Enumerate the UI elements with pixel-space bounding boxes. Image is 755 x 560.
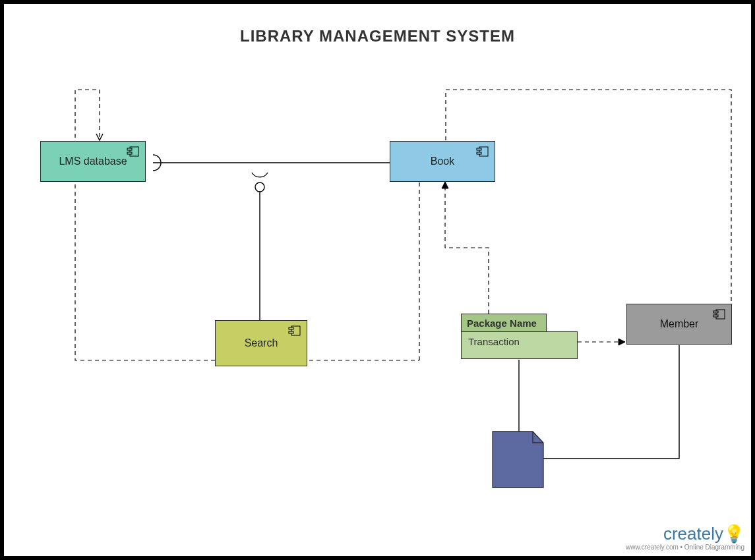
component-lms-database: LMS database xyxy=(40,141,146,182)
component-label: LMS database xyxy=(59,155,127,167)
component-search: Search xyxy=(215,320,307,366)
svg-rect-1 xyxy=(127,148,132,150)
connector-package-to-book xyxy=(445,182,489,314)
interface-ball xyxy=(255,182,264,192)
package-body-label: Transaction xyxy=(468,336,520,347)
svg-rect-8 xyxy=(289,331,293,333)
component-label: Member xyxy=(660,318,699,330)
component-icon xyxy=(713,308,726,323)
diagram-title: LIBRARY MANAGEMENT SYSTEM xyxy=(4,27,751,45)
note-shape xyxy=(492,431,545,491)
component-icon xyxy=(476,146,489,160)
bulb-icon: 💡 xyxy=(723,524,744,544)
component-icon xyxy=(288,325,301,339)
connector-member-to-note xyxy=(543,345,679,459)
package-tab: Package Name xyxy=(461,314,547,332)
component-label: Book xyxy=(431,155,454,167)
package-body: Transaction xyxy=(461,331,578,359)
svg-rect-10 xyxy=(713,311,718,313)
brand-logo: creately💡 xyxy=(626,525,744,542)
diagram-frame: LIBRARY MANAGEMENT SYSTEM xyxy=(0,0,755,560)
brand-name: creately xyxy=(663,524,723,544)
package-tab-label: Package Name xyxy=(467,318,537,329)
svg-rect-11 xyxy=(713,315,718,317)
interface-socket-lms xyxy=(153,155,161,171)
component-icon xyxy=(127,146,140,160)
connector-book-to-lms-top xyxy=(446,90,731,304)
connectors-layer xyxy=(4,4,751,556)
brand-tagline: www.creately.com • Online Diagramming xyxy=(626,544,744,551)
svg-rect-5 xyxy=(477,152,481,154)
svg-rect-7 xyxy=(289,327,293,329)
svg-rect-4 xyxy=(477,148,481,150)
connector-search-to-lms-dashed xyxy=(75,90,215,360)
component-label: Search xyxy=(245,337,278,349)
component-member: Member xyxy=(626,304,732,345)
svg-rect-2 xyxy=(127,152,132,154)
component-book: Book xyxy=(390,141,495,182)
interface-socket-search xyxy=(252,173,268,177)
brand-footer: creately💡 www.creately.com • Online Diag… xyxy=(626,525,744,551)
